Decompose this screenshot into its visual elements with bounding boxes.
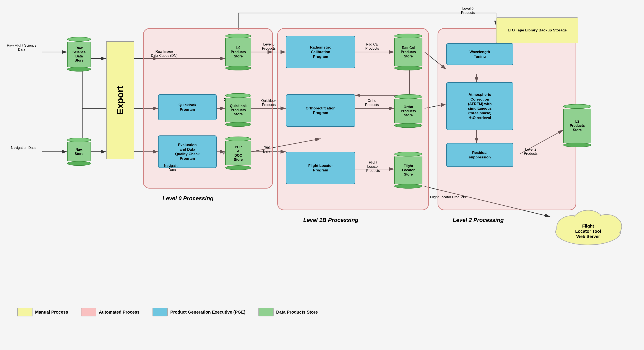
cyl-top <box>225 93 251 98</box>
svg-text:Flight: Flight <box>582 224 594 228</box>
legend-manual-box <box>17 308 32 316</box>
legend-data-store: Data Products Store <box>258 308 318 316</box>
wavelength-tuning: WavelengthTuning <box>446 43 514 65</box>
raw-image-label: Raw ImageData Cubes (DN) <box>145 50 184 58</box>
legend-data-store-label: Data Products Store <box>276 310 318 315</box>
cyl-top <box>67 138 91 142</box>
cyl-top <box>394 94 422 99</box>
svg-text:Web Server: Web Server <box>576 234 600 239</box>
cyl-bottom <box>225 165 251 170</box>
raw-flight-label: Raw Flight Science Data <box>4 43 39 52</box>
cyl-top <box>394 152 422 156</box>
cyl-bottom <box>394 66 422 71</box>
cyl-body: FlightLocatorStore <box>394 156 422 184</box>
navigation-data-label: Navigation Data <box>6 146 40 150</box>
level0-products-top-label: Level 0Products <box>453 7 483 15</box>
flight-locator-products-label: FlightLocatorProducts <box>358 160 388 173</box>
cyl-body: Rad CalProductsStore <box>394 38 422 66</box>
legend-manual: Manual Process <box>17 308 68 316</box>
cyl-body: PEP&DQCStore <box>225 141 251 165</box>
cyl-bottom <box>67 161 91 166</box>
cyl-top <box>67 37 91 42</box>
level0-label: Level 0 Processing <box>162 195 214 202</box>
cyl-body: L2ProductsStore <box>563 109 591 143</box>
legend-pge-label: Product Generation Executive (PGE) <box>170 310 246 315</box>
l0-products-store: L0ProductsStore <box>225 34 251 71</box>
pep-dqc-store: PEP&DQCStore <box>225 137 251 170</box>
level0-products-label: Level 0Products <box>255 42 283 51</box>
raw-science-store: RawScienceDataStore <box>67 37 91 72</box>
quicklook-program: QuicklookProgram <box>158 94 216 120</box>
eval-dqc-program: Evaluationand DataQuality CheckProgram <box>158 135 216 168</box>
legend-automated: Automated Process <box>81 308 140 316</box>
legend-automated-box <box>81 308 96 316</box>
flight-locator-store: FlightLocatorStore <box>394 152 422 189</box>
legend-data-store-box <box>258 308 274 316</box>
rad-cal-products-label: Rad CalProducts <box>357 42 387 51</box>
cyl-bottom <box>225 66 251 71</box>
cyl-top <box>563 104 591 109</box>
cyl-bottom <box>67 67 91 72</box>
ortho-products-label: OrthoProducts <box>358 99 386 107</box>
l2-products-store: L2ProductsStore <box>563 104 591 147</box>
nav-store: Nav.Store <box>67 138 91 166</box>
cyl-body: Nav.Store <box>67 142 91 161</box>
atm-correction: AtmosphericCorrection(ATREM) withsimulta… <box>446 82 514 130</box>
orthorectification: OrthorectifcationProgram <box>286 94 355 127</box>
residual-suppression: Residualsuppression <box>446 143 514 167</box>
legend-manual-label: Manual Process <box>35 310 68 315</box>
legend-pge: Product Generation Executive (PGE) <box>152 308 246 316</box>
cyl-body: QuicklookProductsStore <box>225 98 251 122</box>
diagram-container: Raw Flight Science Data Navigation Data … <box>0 0 644 325</box>
lto-tape-library: LTO Tape Library Backup Storage <box>496 17 578 43</box>
legend-pge-box <box>152 308 168 316</box>
quicklook-products-in-label: QuicklookProducts <box>255 99 283 107</box>
export-label: Export <box>115 86 126 115</box>
level1b-label: Level 1B Processing <box>303 217 358 223</box>
nav-data-label: NavData <box>255 145 278 153</box>
ortho-products-store: OrthoProductsStore <box>394 94 422 128</box>
cyl-bottom <box>563 143 591 147</box>
legend-automated-label: Automated Process <box>99 310 140 315</box>
level2-label: Level 2 Processing <box>453 217 504 223</box>
svg-text:Locator Tool: Locator Tool <box>575 229 601 234</box>
rad-cal-products-store: Rad CalProductsStore <box>394 34 422 71</box>
legend: Manual Process Automated Process Product… <box>17 308 318 316</box>
flight-locator-products-out: Flight Locator Products <box>426 195 470 199</box>
cyl-top <box>225 137 251 141</box>
cyl-bottom <box>394 123 422 128</box>
export-box: Export <box>106 41 134 159</box>
level2-products-label: Level 2Products <box>517 147 545 156</box>
radiometric-calibration: RadiometricCalibrationProgram <box>286 36 355 68</box>
cyl-top <box>394 34 422 38</box>
cyl-bottom <box>225 122 251 127</box>
flight-locator-web-server: Flight Locator Tool Web Server <box>550 204 626 247</box>
cyl-body: RawScienceDataStore <box>67 42 91 67</box>
cyl-body: OrthoProductsStore <box>394 99 422 123</box>
cyl-bottom <box>394 184 422 189</box>
flight-locator-program: Flight LocatorProgram <box>286 152 355 184</box>
cyl-body: L0ProductsStore <box>225 38 251 66</box>
navigation-data-arrow-label: NavigationData <box>158 164 186 172</box>
quicklook-products-store: QuicklookProductsStore <box>225 93 251 127</box>
cyl-top <box>225 34 251 38</box>
